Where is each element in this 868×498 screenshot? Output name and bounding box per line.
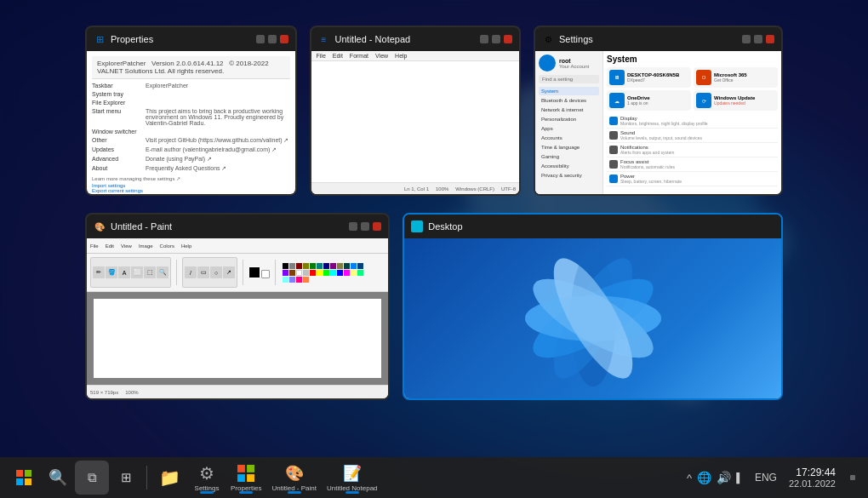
paint-rect-tool[interactable]: ▭: [197, 266, 209, 278]
color-green[interactable]: [310, 263, 316, 269]
color-periwinkle[interactable]: [289, 277, 295, 283]
device-card-icon: 🖥: [609, 70, 625, 85]
settings-item-display[interactable]: DisplayMonitors, brightness, night light…: [607, 114, 778, 129]
properties-title: Properties: [111, 34, 251, 44]
paint-controls: [349, 222, 381, 231]
color-purple[interactable]: [330, 263, 336, 269]
notification-button[interactable]: [844, 461, 861, 495]
desktop-bloom-svg: [474, 238, 712, 398]
color-white[interactable]: [296, 270, 302, 276]
settings-card-m365: O Microsoft 365Get Office: [694, 67, 778, 88]
settings-nav-apps[interactable]: Apps: [539, 124, 599, 133]
settings-item-sound[interactable]: SoundVolume levels, output, input, sound…: [607, 129, 778, 143]
start-button[interactable]: [7, 461, 41, 495]
window-thumb-paint[interactable]: ✕ 🎨 Untitled - Paint FileEditViewImageCo…: [85, 213, 390, 400]
settings-nav-network[interactable]: Network & internet: [539, 106, 599, 114]
paint-fill-tool[interactable]: 🪣: [106, 266, 117, 278]
color-black[interactable]: [283, 263, 288, 269]
settings-nav-gaming[interactable]: Gaming: [539, 152, 599, 161]
settings-title-bar: ⚙ Settings: [535, 27, 781, 51]
paint-ellipse-tool[interactable]: ○: [210, 266, 222, 278]
paint-canvas[interactable]: [94, 299, 381, 378]
color-cyan[interactable]: [330, 270, 336, 276]
color-violet[interactable]: [283, 270, 288, 276]
paint-secondary-color[interactable]: [261, 270, 270, 278]
taskbar-paint-label: Untitled - Paint: [271, 484, 316, 492]
svg-rect-25: [16, 470, 23, 477]
settings-page-title: System: [607, 54, 778, 64]
color-brightblue[interactable]: [337, 270, 343, 276]
paint-line-tool[interactable]: /: [185, 266, 197, 278]
network-icon: 🌐: [697, 471, 711, 484]
start-icon: [15, 469, 32, 486]
taskbar-notepad-app[interactable]: 📝 Untitled Notepad: [322, 460, 383, 495]
taskview-icon: ⧉: [83, 469, 100, 486]
settings-item-notifications[interactable]: NotificationsAlerts from apps and system: [607, 143, 778, 157]
taskbar-clock[interactable]: 17:29:44 22.01.2022: [784, 463, 841, 492]
taskbar-file-explorer[interactable]: 📁: [151, 464, 188, 491]
color-darkyellow[interactable]: [337, 263, 343, 269]
color-lightcyan[interactable]: [283, 277, 288, 283]
window-thumb-desktop[interactable]: ✕ Desktop: [403, 213, 783, 400]
settings-nav-bluetooth[interactable]: Bluetooth & devices: [539, 96, 599, 105]
paint-pencil-tool[interactable]: ✏: [93, 266, 105, 278]
settings-item-power[interactable]: PowerSleep, battery, screen, hibernate: [607, 172, 778, 186]
settings-nav-personalization[interactable]: Personalization: [539, 115, 599, 123]
paint-primary-color[interactable]: [248, 266, 260, 278]
color-teal[interactable]: [317, 263, 323, 269]
color-gray[interactable]: [289, 263, 295, 269]
paint-status: 519 × 719px 100%: [87, 385, 388, 398]
svg-rect-27: [16, 478, 23, 485]
color-lime[interactable]: [323, 270, 329, 276]
color-magenta[interactable]: [344, 270, 350, 276]
notepad-controls: [480, 35, 512, 43]
battery-icon: ▌: [736, 472, 743, 483]
color-navy[interactable]: [323, 263, 329, 269]
color-hotpink[interactable]: [296, 277, 302, 283]
language-indicator[interactable]: ENG: [751, 472, 780, 484]
color-orange[interactable]: [303, 277, 309, 283]
color-silver[interactable]: [303, 270, 309, 276]
taskbar-properties-app[interactable]: Properties: [226, 460, 266, 495]
settings-nav-time[interactable]: Time & language: [539, 143, 599, 152]
properties-controls: [256, 35, 288, 43]
color-brown[interactable]: [289, 270, 295, 276]
settings-nav-system[interactable]: System: [539, 87, 599, 95]
search-button[interactable]: 🔍: [41, 461, 75, 495]
color-blue[interactable]: [351, 263, 357, 269]
color-darkteal[interactable]: [344, 263, 350, 269]
taskbar-paint-app[interactable]: 🎨 Untitled - Paint: [266, 460, 321, 495]
settings-nav-privacy[interactable]: Privacy & security: [539, 171, 599, 180]
desktop-title: Desktop: [428, 221, 774, 232]
paint-zoom-tool[interactable]: 🔍: [157, 266, 168, 278]
color-olive[interactable]: [303, 263, 309, 269]
color-yellow[interactable]: [317, 270, 323, 276]
settings-item-focus[interactable]: Focus assistNotifications, automatic rul…: [607, 157, 778, 172]
widgets-button[interactable]: ⊞: [109, 461, 143, 495]
taskbar-settings-app[interactable]: ⚙ Settings: [188, 460, 226, 495]
settings-search[interactable]: Find a setting: [539, 75, 599, 83]
taskview-button[interactable]: ⧉: [75, 461, 109, 495]
taskbar-properties-icon: [236, 463, 256, 484]
notepad-status: Ln 1, Col 1 100% Windows (CRLF) UTF-8: [311, 182, 520, 194]
window-thumb-properties[interactable]: ✕ ⊞ Properties ExplorerPatcher Version 2…: [85, 26, 297, 196]
settings-nav-accounts[interactable]: Accounts: [539, 134, 599, 142]
windows-row-top: ✕ ⊞ Properties ExplorerPatcher Version 2…: [85, 26, 783, 196]
paint-arrow-tool[interactable]: ↗: [223, 266, 235, 278]
notification-icon: [850, 475, 855, 480]
color-mint[interactable]: [357, 270, 363, 276]
color-lightyellow[interactable]: [351, 270, 357, 276]
color-maroon[interactable]: [296, 263, 302, 269]
color-darkblue[interactable]: [357, 263, 363, 269]
paint-select-tool[interactable]: ⬚: [144, 266, 156, 278]
system-tray[interactable]: ^ 🌐 🔊 ▌: [682, 467, 748, 488]
paint-eraser-tool[interactable]: ⬜: [131, 266, 143, 278]
svg-rect-28: [25, 478, 31, 485]
window-thumb-notepad[interactable]: ✕ ≡ Untitled - Notepad FileEditFormatVie…: [310, 26, 522, 196]
settings-nav-accessibility[interactable]: Accessibility: [539, 162, 599, 170]
paint-text-tool[interactable]: A: [118, 266, 130, 278]
window-thumb-settings[interactable]: ✕ ⚙ Settings root Your Account: [534, 26, 783, 196]
settings-avatar: [539, 54, 556, 72]
settings-card-winupdate: ⟳ Windows UpdateUpdates needed: [694, 90, 778, 111]
color-red[interactable]: [310, 270, 316, 276]
